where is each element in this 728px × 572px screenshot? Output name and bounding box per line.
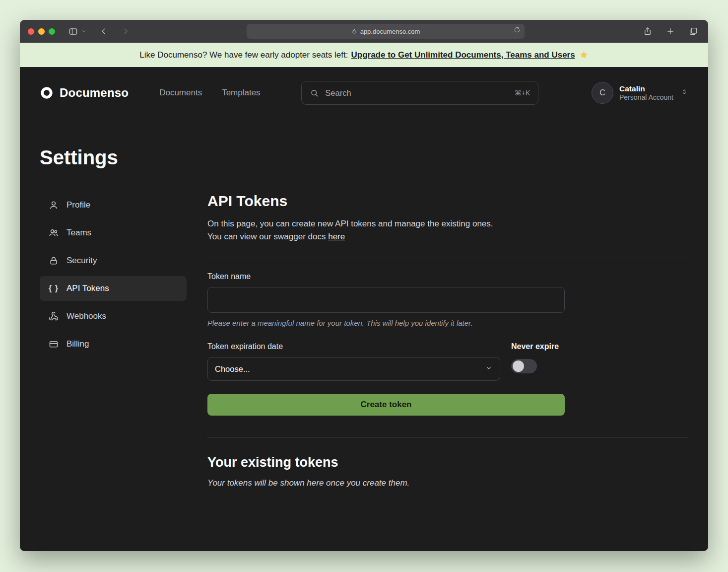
expiration-select[interactable]: Choose... [207,357,500,381]
reload-icon[interactable] [514,26,521,35]
toggle-knob [513,360,524,372]
upgrade-link[interactable]: Upgrade to Get Unlimited Documents, Team… [351,50,575,60]
sidebar-item-security[interactable]: Security [40,248,187,273]
token-name-input[interactable] [207,287,565,313]
braces-icon: { } [48,284,60,293]
page-title: Settings [40,146,688,169]
sidebar-item-teams[interactable]: Teams [40,220,187,245]
banner-text: Like Documenso? We have few early adopte… [139,50,348,60]
credit-card-icon [48,339,60,349]
new-tab-icon[interactable] [663,24,677,38]
sidebar-item-profile[interactable]: Profile [40,193,187,217]
section-description: On this page, you can create new API tok… [207,217,688,243]
promo-banner: Like Documenso? We have few early adopte… [20,43,708,67]
tls-lock-icon [351,28,357,34]
url-text: app.documenso.com [360,28,420,35]
never-expire-label: Never expire [511,342,565,351]
description-line2: You can view our swagger docs [207,232,328,241]
search-shortcut: ⌘+K [515,89,530,97]
browser-toolbar: app.documenso.com [20,20,708,43]
share-icon[interactable] [641,24,655,38]
account-menu[interactable]: C Catalin Personal Account [592,82,688,104]
browser-window: app.documenso.com Like Documenso? We hav… [20,20,708,551]
zoom-window-button[interactable] [49,28,55,35]
app-header: Documenso Documents Templates Search ⌘+K… [40,67,688,119]
address-bar[interactable]: app.documenso.com [247,24,525,39]
sidebar-item-webhooks[interactable]: Webhooks [40,304,187,329]
existing-tokens-title: Your existing tokens [207,455,688,470]
tab-overview-icon[interactable] [686,24,700,38]
documenso-brand[interactable]: Documenso [40,86,129,100]
user-account-type: Personal Account [619,93,673,102]
sidebar-item-label: API Tokens [66,284,109,293]
sidebar-item-label: Webhooks [66,311,106,321]
window-controls [28,28,55,35]
documenso-logo-icon [40,86,54,100]
sidebar-toggle-icon[interactable] [66,24,80,38]
star-icon [579,50,589,60]
avatar: C [592,82,613,104]
create-token-button[interactable]: Create token [207,394,565,416]
sidebar-item-label: Security [66,256,97,266]
divider [207,437,688,438]
back-button[interactable] [97,24,111,38]
never-expire-toggle[interactable] [511,359,537,373]
sidebar-item-label: Profile [66,200,90,210]
nav-templates[interactable]: Templates [222,88,260,98]
section-title: API Tokens [207,193,688,210]
user-name: Catalin [619,84,673,93]
chevrons-up-down-icon [680,88,688,98]
search-placeholder: Search [325,88,351,98]
sidebar-item-label: Billing [66,339,89,349]
chevron-down-icon [485,364,493,374]
forward-button[interactable] [119,24,132,38]
brand-name: Documenso [60,86,129,100]
tab-group-chevron-icon[interactable] [80,24,88,38]
avatar-initial: C [599,88,605,97]
close-window-button[interactable] [28,28,34,35]
expiration-value: Choose... [215,364,250,374]
search-icon [310,88,319,98]
webhook-icon [48,311,60,321]
sidebar-item-api-tokens[interactable]: { } API Tokens [40,276,187,301]
sidebar-item-billing[interactable]: Billing [40,332,187,357]
swagger-docs-link[interactable]: here [328,232,345,241]
existing-tokens-empty-text: Your tokens will be shown here once you … [207,478,688,488]
main-nav: Documents Templates [159,88,260,98]
divider [207,257,688,257]
app-content: Documenso Documents Templates Search ⌘+K… [20,67,708,551]
lock-icon [48,256,60,266]
description-line1: On this page, you can create new API tok… [207,219,493,228]
settings-sidebar: Profile Teams Security { } API Token [40,193,187,526]
minimize-window-button[interactable] [38,28,45,35]
sidebar-item-label: Teams [66,228,91,238]
user-icon [48,200,60,210]
nav-documents[interactable]: Documents [159,88,202,98]
api-tokens-panel: API Tokens On this page, you can create … [207,193,688,526]
users-icon [48,228,60,238]
token-name-help: Please enter a meaningful name for your … [207,319,565,327]
token-name-label: Token name [207,272,565,281]
expiration-label: Token expiration date [207,342,500,351]
search-input[interactable]: Search ⌘+K [301,81,538,105]
